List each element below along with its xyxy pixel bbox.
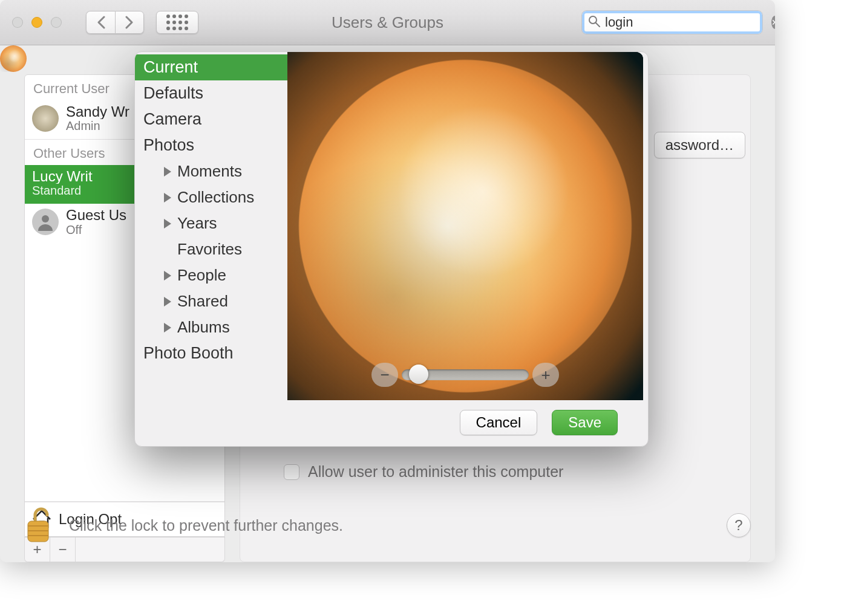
nav-buttons xyxy=(86,11,144,34)
avatar-source-label: Years xyxy=(177,214,217,233)
svg-point-2 xyxy=(42,215,49,222)
rose-image xyxy=(287,52,643,400)
avatar-source-item[interactable]: Camera xyxy=(135,106,287,132)
minimize-window-button[interactable] xyxy=(31,17,42,28)
user-role: Standard xyxy=(32,184,93,198)
avatar-source-label: People xyxy=(177,266,226,285)
disclosure-triangle-icon xyxy=(164,219,171,229)
search-icon xyxy=(588,15,600,30)
clear-search-button[interactable]: ✕ xyxy=(771,16,775,29)
show-all-button[interactable] xyxy=(156,11,198,34)
zoom-in-button[interactable]: + xyxy=(532,363,559,387)
help-button[interactable]: ? xyxy=(727,513,751,537)
avatar-source-item[interactable]: Favorites xyxy=(135,236,287,262)
avatar-picker-popover: CurrentDefaultsCameraPhotosMomentsCollec… xyxy=(134,51,649,447)
zoom-slider: − + xyxy=(371,363,559,387)
avatar xyxy=(32,105,59,132)
avatar-source-item[interactable]: People xyxy=(135,262,287,288)
avatar-source-label: Shared xyxy=(177,292,228,311)
avatar-source-label: Collections xyxy=(177,188,254,207)
allow-admin-label: Allow user to administer this computer xyxy=(308,463,563,481)
cancel-button[interactable]: Cancel xyxy=(460,410,538,435)
zoom-knob[interactable] xyxy=(409,365,428,384)
zoom-out-button[interactable]: − xyxy=(371,363,398,387)
window-toolbar: Users & Groups ✕ xyxy=(0,0,775,45)
disclosure-triangle-icon xyxy=(164,271,171,280)
disclosure-triangle-icon xyxy=(164,323,171,332)
avatar-source-item[interactable]: Albums xyxy=(135,314,287,340)
avatar-source-label: Photo Booth xyxy=(143,344,234,363)
disclosure-triangle-icon xyxy=(164,167,171,177)
disclosure-triangle-icon xyxy=(164,297,171,306)
allow-admin-row: Allow user to administer this computer xyxy=(284,463,563,481)
avatar xyxy=(32,209,59,235)
svg-line-1 xyxy=(596,23,600,27)
change-password-button[interactable]: assword… xyxy=(654,132,745,158)
avatar-source-label: Photos xyxy=(143,136,194,155)
traffic-lights xyxy=(12,17,62,28)
avatar-source-item[interactable]: Photos xyxy=(135,132,287,158)
user-name: Sandy Wr xyxy=(66,104,129,119)
avatar-preview[interactable]: − + xyxy=(287,52,643,400)
avatar-source-item[interactable]: Collections xyxy=(135,184,287,210)
avatar-source-label: Albums xyxy=(177,318,230,337)
popover-actions: Cancel Save xyxy=(135,400,648,435)
avatar-source-item[interactable]: Years xyxy=(135,210,287,236)
user-name: Guest Us xyxy=(66,207,126,222)
avatar-source-label: Favorites xyxy=(177,240,242,259)
user-role: Off xyxy=(66,223,126,237)
avatar-source-item[interactable]: Moments xyxy=(135,158,287,184)
zoom-track[interactable] xyxy=(402,369,529,380)
chevron-left-icon xyxy=(97,16,105,29)
forward-button[interactable] xyxy=(115,11,144,34)
avatar-source-item[interactable]: Defaults xyxy=(135,80,287,106)
avatar-source-label: Moments xyxy=(177,162,242,181)
back-button[interactable] xyxy=(86,11,115,34)
users-groups-window: Users & Groups ✕ Current User Sandy Wr A… xyxy=(0,0,775,562)
toolbar-search-field[interactable]: ✕ xyxy=(581,10,763,34)
avatar-source-item[interactable]: Current xyxy=(135,54,287,80)
close-window-button[interactable] xyxy=(12,17,23,28)
avatar-source-list: CurrentDefaultsCameraPhotosMomentsCollec… xyxy=(135,52,287,400)
chevron-right-icon xyxy=(125,16,134,29)
svg-point-0 xyxy=(589,16,597,24)
search-input[interactable] xyxy=(605,15,771,30)
user-name: Lucy Writ xyxy=(32,169,93,184)
lock-footer-text: Click the lock to prevent further change… xyxy=(69,517,343,534)
allow-admin-checkbox[interactable] xyxy=(284,464,299,480)
zoom-window-button[interactable] xyxy=(51,17,62,28)
disclosure-triangle-icon xyxy=(164,193,171,203)
grid-icon xyxy=(166,15,188,30)
avatar-source-label: Current xyxy=(143,58,198,77)
avatar-source-item[interactable]: Shared xyxy=(135,288,287,314)
save-button[interactable]: Save xyxy=(552,410,618,435)
user-role: Admin xyxy=(66,119,129,133)
lock-footer: Click the lock to prevent further change… xyxy=(0,488,775,562)
avatar-source-label: Camera xyxy=(143,110,201,129)
avatar-source-item[interactable]: Photo Booth xyxy=(135,340,287,366)
person-icon xyxy=(36,213,54,231)
unlocked-lock-icon[interactable] xyxy=(24,507,54,544)
avatar-source-label: Defaults xyxy=(143,84,203,103)
